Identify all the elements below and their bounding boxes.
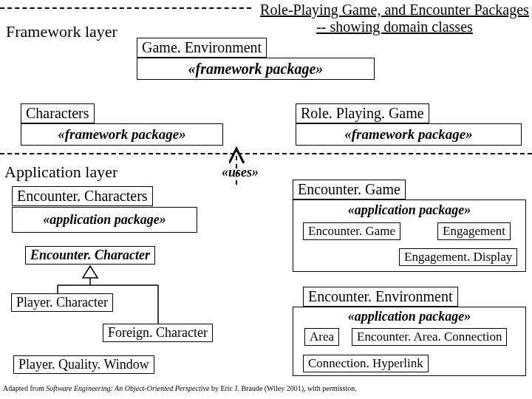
footnote: Adapted from Software Engineering: An Ob… <box>3 384 357 392</box>
title-line1: Role-Playing Game, and Encounter Package… <box>257 1 532 18</box>
package-game-environment-body: «framework package» <box>137 58 375 80</box>
class-player-character: Player. Character <box>11 293 113 312</box>
package-enc-environment-stereo: «application package» <box>293 307 525 324</box>
application-layer-label: Application layer <box>4 163 117 182</box>
footnote-suffix: by Eric J. Braude (Wiley 2001), with per… <box>209 384 356 392</box>
footnote-prefix: Adapted from <box>3 384 46 392</box>
uses-stereotype: «uses» <box>222 165 259 180</box>
package-enc-characters-body: «application package» <box>12 207 197 233</box>
class-player-quality-window: Player. Quality. Window <box>13 355 154 374</box>
package-rpg-body: «framework package» <box>296 123 522 146</box>
class-enc-area-connection: Encounter. Area. Connection <box>352 328 507 346</box>
package-characters-body: «framework package» <box>21 123 223 146</box>
package-enc-characters-stereo: «application package» <box>13 208 197 232</box>
package-enc-game-tab: Encounter. Game <box>293 180 406 200</box>
class-engagement-display: Engagement. Display <box>399 248 517 266</box>
package-characters-tab: Characters <box>21 103 95 123</box>
class-connection-hyperlink: Connection. Hyperlink <box>303 355 429 372</box>
footnote-book: Software Engineering: An Object-Oriented… <box>46 384 209 392</box>
divider-mid <box>0 153 532 154</box>
package-enc-game-stereo: «application package» <box>293 200 525 218</box>
class-area: Area <box>304 328 339 346</box>
svg-marker-1 <box>83 266 98 278</box>
package-game-environment-tab: Game. Environment <box>137 38 267 58</box>
package-enc-characters-tab: Encounter. Characters <box>12 186 153 206</box>
framework-layer-label: Framework layer <box>6 22 117 41</box>
class-foreign-character: Foreign. Character <box>103 324 213 342</box>
package-enc-environment-tab: Encounter. Environment <box>303 287 458 307</box>
class-encounter-game-inner: Encounter. Game <box>303 222 400 240</box>
title-line2: -- showing domain classes <box>257 18 532 35</box>
class-engagement: Engagement <box>437 222 511 240</box>
package-rpg-tab: Role. Playing. Game <box>296 103 429 123</box>
divider-top <box>0 7 251 9</box>
diagram-title: Role-Playing Game, and Encounter Package… <box>257 1 532 35</box>
class-encounter-character: Encounter. Character <box>25 246 155 265</box>
